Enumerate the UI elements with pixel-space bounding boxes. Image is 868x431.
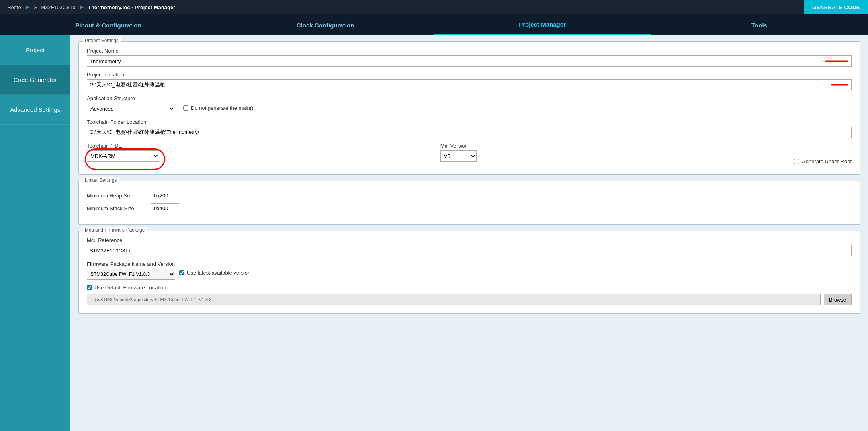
do-not-generate-main-label: Do not generate the main() <box>191 105 253 111</box>
mcu-reference-label: Mcu Reference <box>87 237 852 243</box>
toolchain-ide-label: Toolchain / IDE <box>87 143 434 149</box>
project-location-input[interactable] <box>87 79 852 90</box>
toolchain-ide-container: Toolchain / IDE MDK-ARM EWARM SW4STM32 M… <box>87 143 852 166</box>
generate-code-button[interactable]: GENERATE CODE <box>804 0 868 14</box>
mcu-firmware-section: Mcu and Firmware Package Mcu Reference F… <box>78 231 860 314</box>
use-default-location-row: Use Default Firmware Location <box>87 285 852 291</box>
mcu-reference-group: Mcu Reference <box>87 237 852 256</box>
project-name-group: Project Name <box>87 48 852 67</box>
top-bar: Home ► STM32F103C8Tx ► Thermometry.ioc -… <box>0 0 868 14</box>
min-heap-input[interactable] <box>151 191 179 200</box>
project-location-label: Project Location <box>87 72 852 78</box>
use-latest-row: Use latest available version <box>179 270 250 276</box>
browse-button[interactable]: Browse <box>824 294 852 305</box>
use-latest-label: Use latest available version <box>187 270 250 276</box>
min-stack-row: Minimum Stack Size <box>87 203 852 213</box>
tab-bar: Pinout & Configuration Clock Configurati… <box>0 14 868 35</box>
app-structure-label: Application Structure <box>87 95 852 101</box>
firmware-package-group: Firmware Package Name and Version STM32C… <box>87 261 852 280</box>
app-structure-group: Application Structure Basic Advanced Do … <box>87 95 852 114</box>
use-latest-checkbox[interactable] <box>179 270 184 275</box>
toolchain-ide-select[interactable]: MDK-ARM EWARM SW4STM32 Makefile <box>87 150 159 162</box>
min-heap-row: Minimum Heap Size <box>87 191 852 200</box>
project-settings-title: Project Settings <box>83 38 121 43</box>
use-default-location-checkbox[interactable] <box>87 285 92 290</box>
breadcrumb-arrow-1: ► <box>25 4 31 11</box>
toolchain-ide-group: Toolchain / IDE MDK-ARM EWARM SW4STM32 M… <box>87 143 434 162</box>
generate-under-root-checkbox[interactable] <box>794 159 799 164</box>
app-structure-select-wrap: Basic Advanced <box>87 103 175 114</box>
mcu-reference-input[interactable] <box>87 245 852 256</box>
firmware-package-row: STM32Cube FW_F1 V1.8.3 Use latest availa… <box>87 269 852 280</box>
sidebar: Project Code Generator Advanced Settings <box>0 35 70 431</box>
tab-clock[interactable]: Clock Configuration <box>217 14 434 35</box>
min-version-label: Min Version <box>440 143 788 149</box>
min-stack-input[interactable] <box>151 203 179 213</box>
min-heap-label: Minimum Heap Size <box>87 193 147 199</box>
sidebar-item-project[interactable]: Project <box>0 35 70 65</box>
toolchain-ide-row: Toolchain / IDE MDK-ARM EWARM SW4STM32 M… <box>87 143 852 166</box>
generate-under-root-label: Generate Under Root <box>802 158 852 164</box>
linker-settings-content: Minimum Heap Size Minimum Stack Size <box>87 191 852 213</box>
sidebar-item-code-generator[interactable]: Code Generator <box>0 65 70 95</box>
toolchain-folder-label: Toolchain Folder Location <box>87 119 852 125</box>
project-settings-section: Project Settings Project Name Project Lo… <box>78 41 860 175</box>
generate-under-root-group: Generate Under Root <box>794 158 852 166</box>
do-not-generate-main-row: Do not generate the main() <box>183 105 253 111</box>
min-stack-label: Minimum Stack Size <box>87 205 147 211</box>
main-layout: Project Code Generator Advanced Settings… <box>0 35 868 431</box>
project-name-input[interactable] <box>87 55 852 67</box>
app-structure-row: Basic Advanced Do not generate the main(… <box>87 103 852 114</box>
firmware-package-select[interactable]: STM32Cube FW_F1 V1.8.3 <box>87 269 175 280</box>
use-default-location-label: Use Default Firmware Location <box>94 285 166 291</box>
toolchain-folder-input[interactable] <box>87 127 852 138</box>
min-version-select[interactable]: V4 V5 V5.27 <box>440 150 477 162</box>
firmware-package-label: Firmware Package Name and Version <box>87 261 852 267</box>
breadcrumb-home[interactable]: Home <box>4 4 25 10</box>
content-area: Project Settings Project Name Project Lo… <box>70 35 868 431</box>
mcu-firmware-title: Mcu and Firmware Package <box>83 227 147 233</box>
toolchain-folder-group: Toolchain Folder Location <box>87 119 852 138</box>
app-structure-select[interactable]: Basic Advanced <box>87 103 175 114</box>
firmware-path-row: Browse <box>87 294 852 305</box>
min-version-group: Min Version V4 V5 V5.27 <box>440 143 788 162</box>
linker-settings-section: Linker Settings Minimum Heap Size Minimu… <box>78 181 860 225</box>
do-not-generate-main-checkbox[interactable] <box>183 105 188 111</box>
breadcrumb-mcu[interactable]: STM32F103C8Tx <box>31 4 79 10</box>
tab-pinout[interactable]: Pinout & Configuration <box>0 14 217 35</box>
breadcrumb-arrow-2: ► <box>78 4 85 11</box>
breadcrumb-current: Thermometry.ioc - Project Manager <box>85 4 178 10</box>
project-location-group: Project Location <box>87 72 852 90</box>
breadcrumb: Home ► STM32F103C8Tx ► Thermometry.ioc -… <box>4 4 178 11</box>
sidebar-item-advanced-settings[interactable]: Advanced Settings <box>0 95 70 125</box>
tab-project-manager[interactable]: Project Manager <box>434 14 651 35</box>
tab-tools[interactable]: Tools <box>651 14 868 35</box>
linker-settings-title: Linker Settings <box>83 177 119 183</box>
project-name-label: Project Name <box>87 48 852 54</box>
firmware-path-input <box>87 294 821 305</box>
